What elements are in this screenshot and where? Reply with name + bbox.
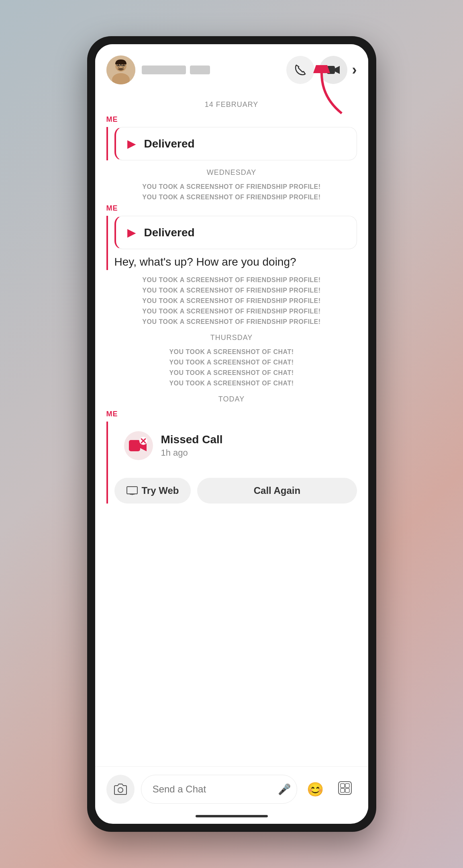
call-again-button[interactable]: Call Again xyxy=(197,478,357,504)
home-bar xyxy=(95,810,368,824)
date-separator-thu: THURSDAY xyxy=(106,334,357,342)
phone-call-button[interactable] xyxy=(286,56,314,84)
svg-rect-8 xyxy=(327,66,335,74)
delivered-text-2: Delivered xyxy=(144,226,195,239)
contact-name-bar xyxy=(142,66,186,74)
contact-name-area xyxy=(142,66,280,74)
notification-chat-3: YOU TOOK A SCREENSHOT OF CHAT! xyxy=(106,369,357,377)
try-web-button[interactable]: Try Web xyxy=(114,478,191,504)
notification-chat-1: YOU TOOK A SCREENSHOT OF CHAT! xyxy=(106,348,357,356)
missed-call-icon xyxy=(124,431,153,460)
contact-status-bar xyxy=(190,66,210,74)
call-actions: Try Web Call Again xyxy=(114,478,357,504)
svg-rect-20 xyxy=(345,784,349,788)
notification-screenshot-4: YOU TOOK A SCREENSHOT OF FRIENDSHIP PROF… xyxy=(106,287,357,294)
notification-chat-4: YOU TOOK A SCREENSHOT OF CHAT! xyxy=(106,380,357,387)
notification-screenshot-7: YOU TOOK A SCREENSHOT OF FRIENDSHIP PROF… xyxy=(106,318,357,326)
avatar-image xyxy=(106,55,135,84)
notification-screenshot-1: YOU TOOK A SCREENSHOT OF FRIENDSHIP PROF… xyxy=(106,183,357,190)
header-actions: › xyxy=(286,56,357,84)
play-icon-2: ▶ xyxy=(127,226,136,239)
chat-input[interactable] xyxy=(141,775,297,804)
date-separator-today: TODAY xyxy=(106,395,357,403)
call-title: Missed Call xyxy=(161,433,347,446)
missed-call-card: Missed Call 1h ago xyxy=(114,422,357,470)
notification-screenshot-2: YOU TOOK A SCREENSHOT OF FRIENDSHIP PROF… xyxy=(106,194,357,201)
sticker-button[interactable] xyxy=(333,777,357,801)
notification-chat-2: YOU TOOK A SCREENSHOT OF CHAT! xyxy=(106,359,357,366)
chat-header: › xyxy=(95,44,368,92)
call-info: Missed Call 1h ago xyxy=(161,433,347,458)
more-info-button[interactable]: › xyxy=(352,61,357,78)
svg-rect-18 xyxy=(339,782,351,794)
svg-rect-10 xyxy=(129,440,140,451)
try-web-label: Try Web xyxy=(142,485,179,496)
date-separator-feb: 14 FEBRUARY xyxy=(106,100,357,109)
call-time: 1h ago xyxy=(161,448,347,458)
svg-point-17 xyxy=(118,788,123,792)
delivered-bubble-2: ▶ Delivered xyxy=(114,216,357,249)
message-group-3: Missed Call 1h ago Try Web Call Ag xyxy=(106,422,357,504)
me-label-3: ME xyxy=(106,410,357,418)
bottom-bar: 🎤 😊 xyxy=(95,766,368,810)
avatar[interactable] xyxy=(106,55,135,84)
chat-input-wrapper[interactable]: 🎤 xyxy=(141,775,297,804)
delivered-text-1: Delivered xyxy=(144,137,195,150)
emoji-button[interactable]: 😊 xyxy=(304,777,327,801)
plain-message: Hey, what's up? How are you doing? xyxy=(114,254,357,270)
notification-screenshot-6: YOU TOOK A SCREENSHOT OF FRIENDSHIP PROF… xyxy=(106,308,357,315)
svg-rect-21 xyxy=(341,788,345,792)
mic-icon: 🎤 xyxy=(278,783,291,796)
camera-button[interactable] xyxy=(106,775,135,804)
message-group-2: ▶ Delivered Hey, what's up? How are you … xyxy=(106,216,357,270)
notification-screenshot-5: YOU TOOK A SCREENSHOT OF FRIENDSHIP PROF… xyxy=(106,297,357,305)
delivered-bubble-1: ▶ Delivered xyxy=(114,127,357,160)
chat-area[interactable]: 14 FEBRUARY ME ▶ Delivered WEDNESDAY YOU… xyxy=(95,92,368,766)
me-label-1: ME xyxy=(106,115,357,124)
svg-rect-19 xyxy=(341,784,345,788)
me-label-2: ME xyxy=(106,204,357,213)
message-group-1: ▶ Delivered xyxy=(106,127,357,160)
svg-rect-14 xyxy=(127,487,137,494)
play-icon-1: ▶ xyxy=(127,137,136,150)
video-call-button[interactable] xyxy=(319,56,347,84)
phone-screen: › 14 FEBRUARY ME ▶ xyxy=(95,44,368,824)
notification-screenshot-3: YOU TOOK A SCREENSHOT OF FRIENDSHIP PROF… xyxy=(106,276,357,284)
svg-rect-22 xyxy=(345,788,349,792)
date-separator-wed: WEDNESDAY xyxy=(106,168,357,177)
home-bar-line xyxy=(196,815,268,817)
phone-container: › 14 FEBRUARY ME ▶ xyxy=(87,36,376,832)
